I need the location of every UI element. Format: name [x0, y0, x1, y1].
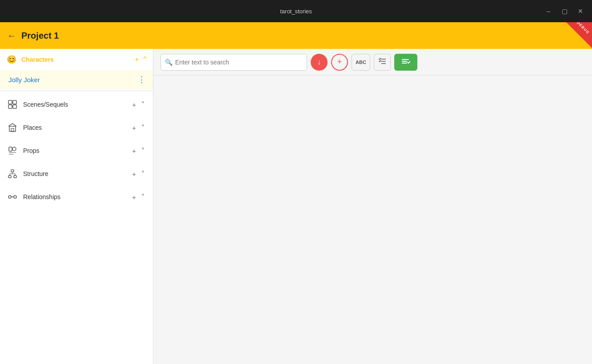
expand-structure-button[interactable]: ˅ — [140, 169, 147, 179]
close-button[interactable]: ✕ — [574, 5, 587, 17]
sidebar-item-structure[interactable]: Structure + ˅ — [0, 162, 153, 185]
sidebar-item-props[interactable]: Props + ˅ — [0, 139, 153, 162]
sidebar-item-places[interactable]: Places + ˅ — [0, 116, 153, 139]
svg-rect-1 — [13, 100, 16, 104]
add-place-button[interactable]: + — [130, 123, 138, 132]
svg-rect-2 — [8, 105, 12, 108]
search-input[interactable] — [160, 54, 307, 71]
green-check-button[interactable] — [394, 54, 417, 71]
scenes-label: Scenes/Sequels — [23, 101, 126, 108]
app-title: tarot_stories — [280, 8, 312, 15]
svg-rect-9 — [14, 176, 16, 178]
structure-icon — [6, 168, 19, 180]
add-circle-icon: + — [337, 57, 342, 67]
header-bar: ← Project 1 DEBUG — [0, 22, 592, 49]
debug-ribbon-container: DEBUG — [565, 22, 592, 49]
sidebar-item-relationships[interactable]: Relationships + ˅ — [0, 185, 153, 208]
sidebar-item-scenes[interactable]: Scenes/Sequels + ˅ — [0, 93, 153, 116]
characters-actions: + ^ — [134, 55, 148, 64]
character-menu-button[interactable]: ⋮ — [138, 75, 146, 84]
back-button[interactable]: ← — [7, 31, 16, 41]
checklist-button[interactable] — [374, 54, 391, 71]
content-area: 🔍 ↓ + ABC — [153, 49, 592, 364]
download-button[interactable]: ↓ — [311, 54, 328, 71]
svg-rect-0 — [8, 100, 12, 104]
structure-actions: + ˅ — [130, 169, 147, 179]
checklist-icon — [378, 58, 386, 67]
maximize-button[interactable]: ▢ — [558, 5, 571, 17]
green-check-icon — [401, 58, 410, 66]
add-scene-button[interactable]: + — [130, 100, 138, 109]
places-icon — [6, 121, 19, 134]
svg-rect-7 — [11, 170, 14, 172]
project-title: Project 1 — [21, 31, 59, 41]
scenes-icon — [6, 98, 19, 111]
content-toolbar: 🔍 ↓ + ABC — [153, 49, 592, 76]
svg-rect-3 — [13, 105, 16, 108]
characters-label: Characters — [21, 56, 130, 63]
add-relationship-button[interactable]: + — [130, 192, 138, 202]
expand-places-button[interactable]: ˅ — [140, 123, 147, 132]
props-label: Props — [23, 147, 126, 154]
characters-icon: 😊 — [5, 53, 18, 66]
places-actions: + ˅ — [130, 123, 147, 132]
relationships-label: Relationships — [23, 193, 126, 200]
svg-rect-5 — [9, 147, 12, 151]
svg-point-11 — [14, 196, 16, 198]
svg-point-10 — [8, 196, 11, 198]
expand-scenes-button[interactable]: ˅ — [140, 100, 147, 109]
abc-icon: ABC — [356, 60, 366, 65]
content-main — [153, 76, 592, 364]
svg-rect-8 — [8, 176, 11, 178]
structure-label: Structure — [23, 170, 126, 177]
window-controls: – ▢ ✕ — [542, 5, 587, 17]
svg-point-6 — [12, 147, 16, 151]
relationships-actions: + ˅ — [130, 192, 147, 202]
add-prop-button[interactable]: + — [130, 146, 138, 156]
expand-relationships-button[interactable]: ˅ — [140, 192, 147, 202]
main-area: 😊 Characters + ^ Jolly Joker ⋮ — [0, 49, 592, 364]
character-item-jolly-joker[interactable]: Jolly Joker ⋮ — [0, 70, 153, 89]
search-container: 🔍 — [160, 54, 307, 71]
app-container: ← Project 1 DEBUG 😊 Characters + ^ — [0, 22, 592, 364]
sidebar-divider-1 — [0, 91, 153, 91]
svg-rect-4 — [11, 128, 14, 131]
minimize-button[interactable]: – — [542, 5, 555, 17]
abc-button[interactable]: ABC — [352, 54, 370, 71]
props-actions: + ˅ — [130, 146, 147, 156]
titlebar: tarot_stories – ▢ ✕ — [0, 0, 592, 22]
search-icon: 🔍 — [165, 59, 172, 66]
scenes-actions: + ˅ — [130, 100, 147, 109]
sidebar: 😊 Characters + ^ Jolly Joker ⋮ — [0, 49, 153, 364]
add-character-button[interactable]: + — [134, 55, 140, 64]
places-label: Places — [23, 124, 126, 131]
characters-section-header[interactable]: 😊 Characters + ^ — [0, 49, 153, 70]
add-structure-button[interactable]: + — [130, 169, 138, 179]
add-circle-button[interactable]: + — [331, 54, 348, 71]
character-name: Jolly Joker — [8, 76, 134, 84]
props-icon — [6, 144, 19, 157]
download-icon: ↓ — [317, 58, 321, 66]
collapse-characters-button[interactable]: ^ — [142, 55, 148, 64]
expand-props-button[interactable]: ˅ — [140, 146, 147, 156]
relationships-icon — [6, 191, 19, 203]
